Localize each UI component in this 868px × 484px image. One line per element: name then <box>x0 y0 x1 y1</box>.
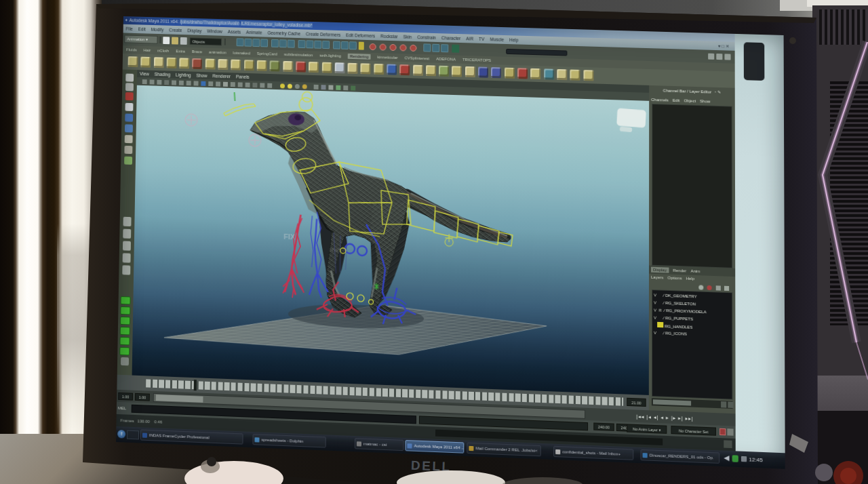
svg-text:DELL: DELL <box>411 458 452 474</box>
